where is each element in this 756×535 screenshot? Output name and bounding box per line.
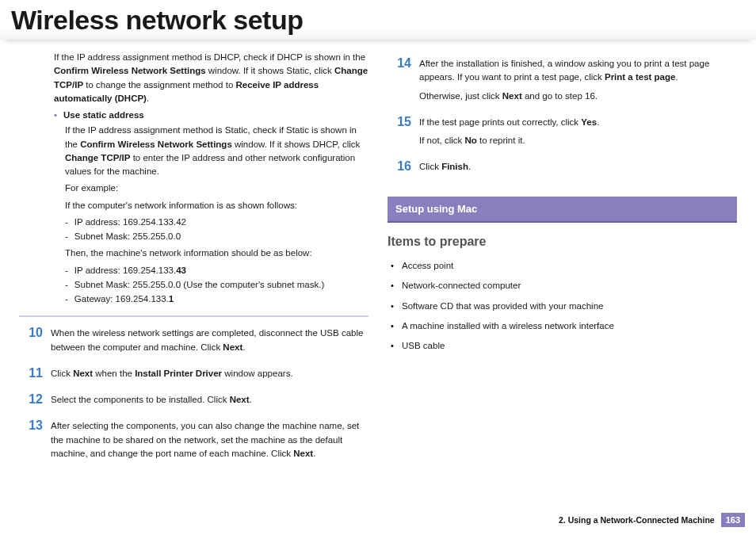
bullet-icon: •	[391, 300, 394, 313]
divider	[19, 315, 368, 317]
text: When the wireless network settings are c…	[51, 328, 363, 351]
bold: Next	[73, 369, 93, 378]
prep-text: A machine installed with a wireless netw…	[402, 319, 614, 333]
ip-value: IP address: 169.254.133.42	[74, 216, 186, 229]
prep-text: Software CD that was provided with your …	[402, 300, 603, 313]
bold: Change TCP/IP	[65, 153, 130, 162]
text: .	[468, 162, 471, 171]
text: IP address: 169.254.133.	[74, 266, 176, 275]
prep-text: USB cable	[402, 339, 445, 353]
left-column: If the IP address assignment method is D…	[19, 51, 368, 472]
text: .	[675, 72, 678, 82]
step-body: Click Next when the Install Printer Driv…	[51, 365, 368, 385]
step-body: Select the components to be installed. C…	[51, 392, 368, 411]
step-15: 15 If the test page prints out correctly…	[388, 114, 737, 153]
bold: 43	[176, 266, 186, 275]
text: .	[242, 342, 245, 352]
step-body: After the installation is finished, a wi…	[419, 55, 737, 108]
step-number: 16	[388, 159, 411, 178]
step-16: 16 Click Finish.	[388, 159, 737, 178]
text: Gateway: 169.254.133.	[74, 294, 169, 304]
prep-text: Network-connected computer	[402, 279, 521, 292]
step-body: If the test page prints out correctly, c…	[419, 114, 737, 153]
step-13: 13 After selecting the components, you c…	[19, 418, 368, 465]
step-14: 14 After the installation is finished, a…	[388, 55, 737, 108]
bold: Install Printer Driver	[135, 369, 222, 378]
text: Select the components to be installed. C…	[51, 395, 230, 404]
dash-icon: -	[65, 278, 68, 292]
machine-info-intro: Then, the machine's network information …	[65, 246, 368, 260]
text: when the	[93, 369, 135, 378]
right-column: 14 After the installation is finished, a…	[388, 51, 737, 472]
chapter-label: 2. Using a Network-Connected Machine	[559, 515, 715, 525]
text: and go to step 16.	[522, 91, 598, 101]
text: Click	[419, 162, 441, 171]
step-number: 15	[388, 114, 411, 153]
bullet-icon: •	[391, 279, 394, 292]
bold: Finish	[441, 162, 468, 171]
text: .	[147, 94, 149, 103]
text: to change the assignment method to	[83, 80, 235, 90]
page-number: 163	[721, 513, 745, 527]
footer: 2. Using a Network-Connected Machine 163	[559, 513, 745, 527]
prep-item: •A machine installed with a wireless net…	[391, 319, 737, 333]
text: If not, click	[419, 136, 465, 145]
step-10: 10 When the wireless network settings ar…	[19, 325, 368, 359]
text: window. If it shows Static, click	[206, 66, 334, 75]
bullet-icon: •	[54, 109, 57, 122]
bold: Next	[230, 395, 250, 404]
ip-row: -IP address: 169.254.133.42	[65, 216, 368, 229]
section-bar-mac: Setup using Mac	[388, 197, 737, 224]
static-paragraph: If the IP address assignment method is S…	[65, 124, 368, 178]
static-label: Use static address	[63, 109, 368, 122]
dash-icon: -	[65, 230, 68, 243]
text: Otherwise, just click	[419, 91, 502, 101]
gateway-value: Gateway: 169.254.133.1	[74, 292, 174, 306]
bold: Next	[293, 449, 313, 458]
content-columns: If the IP address assignment method is D…	[0, 40, 756, 472]
subnet-value: Subnet Mask: 255.255.0.0	[74, 230, 181, 243]
step-number: 10	[19, 325, 43, 359]
prep-text: Access point	[402, 259, 453, 273]
static-bullet: • Use static address	[54, 109, 368, 122]
for-example: For example:	[65, 182, 368, 195]
ip-row-2: -IP address: 169.254.133.43	[65, 264, 368, 277]
text: to reprint it.	[477, 136, 525, 145]
prep-item: •Software CD that was provided with your…	[391, 300, 737, 313]
step-body: After selecting the components, you can …	[51, 418, 368, 465]
subnet-value-2: Subnet Mask: 255.255.0.0 (Use the comput…	[74, 278, 324, 292]
step-number: 11	[19, 365, 43, 385]
step-11: 11 Click Next when the Install Printer D…	[19, 365, 368, 385]
bold: Next	[223, 342, 242, 352]
bold: Next	[502, 91, 522, 101]
dhcp-paragraph: If the IP address assignment method is D…	[54, 51, 368, 105]
prep-item: •Network-connected computer	[391, 279, 737, 292]
bold: Confirm Wireless Network Settings	[54, 66, 206, 75]
text: Click	[51, 369, 73, 378]
text: window appears.	[222, 369, 293, 378]
gateway-row: -Gateway: 169.254.133.1	[65, 292, 368, 306]
bold: Print a test page	[605, 72, 675, 82]
bold: Yes	[581, 117, 597, 127]
step-number: 13	[19, 418, 43, 465]
text: .	[250, 395, 252, 404]
dash-icon: -	[65, 216, 68, 229]
step-12: 12 Select the components to be installed…	[19, 392, 368, 411]
step-body: When the wireless network settings are c…	[51, 325, 368, 359]
bullet-icon: •	[391, 339, 394, 353]
bullet-icon: •	[391, 319, 394, 333]
step-body: Click Finish.	[419, 159, 737, 178]
items-to-prepare-heading: Items to prepare	[388, 232, 737, 251]
bold: Confirm Wireless Network Settings	[80, 139, 232, 149]
text: .	[313, 449, 315, 458]
computer-info-intro: If the computer's network information is…	[65, 199, 368, 212]
bullet-icon: •	[391, 259, 394, 273]
subnet-row-2: -Subnet Mask: 255.255.0.0 (Use the compu…	[65, 278, 368, 292]
text: window. If it shows DHCP, click	[232, 139, 360, 149]
ip-value-2: IP address: 169.254.133.43	[74, 264, 186, 277]
dash-icon: -	[65, 264, 68, 277]
subnet-row: -Subnet Mask: 255.255.0.0	[65, 230, 368, 243]
text: If the test page prints out correctly, c…	[419, 117, 581, 127]
bold: 1	[169, 294, 174, 304]
step-number: 12	[19, 392, 43, 411]
